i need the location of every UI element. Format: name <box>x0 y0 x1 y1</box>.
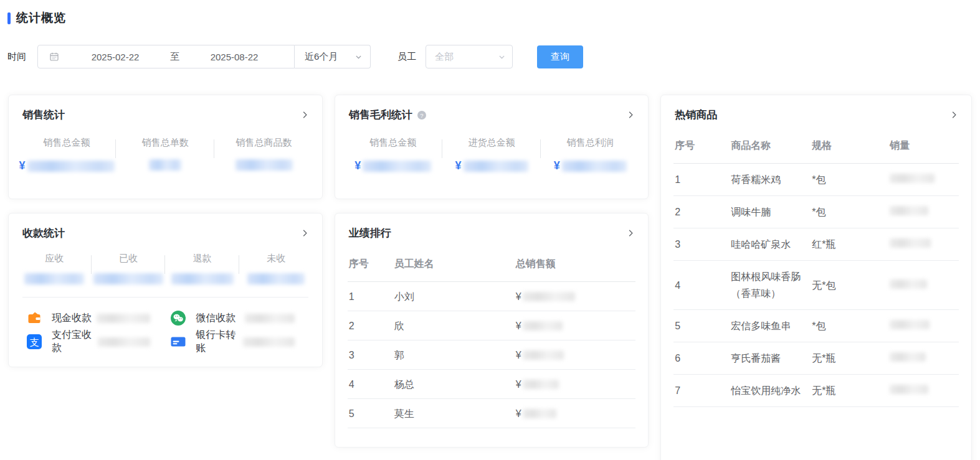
collection-card-header: 收款统计 <box>9 214 322 240</box>
redacted-value <box>93 273 163 284</box>
calendar-icon <box>49 52 59 62</box>
currency-symbol: ¥ <box>516 317 521 334</box>
redacted-value <box>243 337 295 347</box>
redacted-value <box>523 350 564 360</box>
redacted-value <box>523 292 575 301</box>
query-button[interactable]: 查询 <box>537 45 583 68</box>
redacted-value <box>890 279 927 289</box>
payment-method-cash: 现金收款 <box>21 306 165 330</box>
redacted-value <box>523 321 563 331</box>
table-row: 3 郭 ¥ <box>348 340 636 370</box>
cards-grid: 销售统计 销售总金额 ¥ 销售总单数 <box>0 95 980 460</box>
redacted-value <box>890 320 930 329</box>
table-row: 1 小刘 ¥ <box>348 282 636 311</box>
currency-symbol: ¥ <box>455 159 461 172</box>
alipay-icon: 支 <box>26 334 42 350</box>
redacted-value <box>890 206 928 215</box>
employee-select-value: 全部 <box>435 51 454 63</box>
date-range-input[interactable]: 2025-02-22 至 2025-08-22 <box>37 45 295 68</box>
amount-redacted: ¥ <box>515 287 636 306</box>
time-filter-label: 时间 <box>7 51 26 63</box>
stat-value-redacted: ¥ <box>541 159 639 172</box>
redacted-value <box>98 337 151 347</box>
sales-card-header: 销售统计 <box>9 95 322 122</box>
payment-method-bank-card: 银行卡转账 <box>165 330 309 354</box>
chevron-down-icon <box>498 53 506 61</box>
date-preset-select[interactable]: 近6个月 <box>295 45 371 68</box>
hot-products-table: 序号 商品名称 规格 销量 1 荷香糯米鸡 *包 2 调味牛腩 *包 <box>661 136 971 407</box>
svg-text:支: 支 <box>30 337 39 347</box>
chevron-right-icon[interactable] <box>949 110 959 120</box>
hot-products-card: 热销商品 序号 商品名称 规格 销量 1 荷香糯米鸡 *包 <box>660 95 972 460</box>
redacted-value <box>890 352 926 362</box>
stat-value-redacted: ¥ <box>442 159 541 172</box>
stat-value-redacted <box>92 273 166 284</box>
chevron-right-icon[interactable] <box>626 228 635 238</box>
employee-filter-label: 员工 <box>397 51 416 63</box>
currency-symbol: ¥ <box>554 159 560 172</box>
chevron-right-icon[interactable] <box>300 228 310 238</box>
table-row: 4 杨总 ¥ <box>348 370 636 399</box>
chevron-right-icon[interactable] <box>626 110 635 120</box>
collection-stat-row: 应收 已收 退款 未收 <box>9 240 322 284</box>
redacted-value <box>24 273 84 284</box>
payment-method-wechat: 微信收款 <box>165 306 309 330</box>
stat-purchase-amount: 进货总金额 ¥ <box>442 137 541 172</box>
redacted-value <box>149 159 181 171</box>
page-header: 统计概览 <box>0 0 980 26</box>
performance-table: 序号 员工姓名 总销售额 1 小刘 ¥ 2 欣 ¥ 3 郭 ¥ <box>335 254 649 428</box>
redacted-value <box>562 161 627 172</box>
currency-symbol: ¥ <box>516 347 521 364</box>
performance-table-header: 序号 员工姓名 总销售额 <box>348 254 636 282</box>
stat-received: 已收 <box>92 253 166 284</box>
stat-value-redacted <box>165 273 239 284</box>
table-row: 5 莫生 ¥ <box>348 399 636 428</box>
sales-card-title: 销售统计 <box>22 108 65 122</box>
employee-select[interactable]: 全部 <box>426 45 513 68</box>
payment-methods: 现金收款 微信收款 支 支付宝收款 <box>9 298 322 354</box>
table-row: 1 荷香糯米鸡 *包 <box>673 164 959 196</box>
cards-column-right: 热销商品 序号 商品名称 规格 销量 1 荷香糯米鸡 *包 <box>660 95 972 460</box>
svg-text:?: ? <box>420 111 423 118</box>
stat-value-redacted: ¥ <box>344 159 442 172</box>
sales-stat-row: 销售总金额 ¥ 销售总单数 销售总商品数 <box>9 122 322 172</box>
title-accent-bar <box>7 12 11 24</box>
currency-symbol: ¥ <box>516 405 521 422</box>
hot-products-card-header: 热销商品 <box>661 95 971 122</box>
stat-value-redacted: ¥ <box>17 159 116 172</box>
performance-ranking-card: 业绩排行 序号 员工姓名 总销售额 1 小刘 ¥ 2 欣 <box>335 213 649 448</box>
stat-refund: 退款 <box>165 253 239 284</box>
date-preset-value: 近6个月 <box>305 51 338 63</box>
performance-card-title: 业绩排行 <box>349 226 391 240</box>
redacted-value <box>890 238 931 248</box>
gross-profit-stat-row: 销售总金额 ¥ 进货总金额 ¥ 销售总利润 ¥ <box>335 122 649 172</box>
collection-stats-card: 收款统计 应收 已收 退款 未收 <box>8 213 323 367</box>
gross-profit-card-header: 销售毛利统计 ? <box>335 95 649 122</box>
redacted-value <box>97 314 150 323</box>
sales-stats-card: 销售统计 销售总金额 ¥ 销售总单数 <box>8 95 323 199</box>
redacted-value <box>523 409 556 418</box>
stat-value-redacted <box>214 159 313 171</box>
redacted-value <box>523 380 559 389</box>
chevron-right-icon[interactable] <box>300 110 310 120</box>
start-date-value[interactable]: 2025-02-22 <box>63 52 168 62</box>
end-date-value[interactable]: 2025-08-22 <box>182 52 287 62</box>
redacted-value <box>235 159 293 171</box>
stat-sales-total-orders: 销售总单数 <box>116 137 214 172</box>
gross-profit-card: 销售毛利统计 ? 销售总金额 ¥ 进货总金额 <box>335 95 649 199</box>
bank-card-icon <box>170 334 186 350</box>
gross-profit-card-title: 销售毛利统计 <box>349 108 412 122</box>
redacted-value <box>245 314 295 323</box>
performance-card-header: 业绩排行 <box>335 214 649 240</box>
date-range-group: 2025-02-22 至 2025-08-22 近6个月 <box>37 45 371 68</box>
cards-column-middle: 销售毛利统计 ? 销售总金额 ¥ 进货总金额 <box>335 95 649 448</box>
redacted-value <box>890 385 928 394</box>
payment-method-alipay: 支 支付宝收款 <box>21 330 165 354</box>
currency-symbol: ¥ <box>354 159 361 172</box>
redacted-value <box>27 161 115 172</box>
stat-value-redacted <box>17 273 92 284</box>
stat-value-redacted <box>239 273 313 284</box>
table-row: 2 调味牛腩 *包 <box>673 196 959 228</box>
stat-unreceived: 未收 <box>239 253 313 284</box>
help-question-icon[interactable]: ? <box>417 110 427 120</box>
